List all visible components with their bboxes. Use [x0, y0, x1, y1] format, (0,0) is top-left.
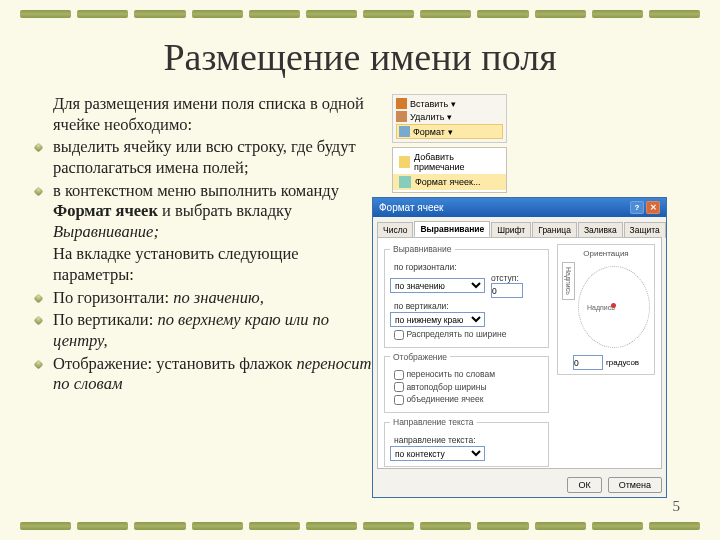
tab-alignment[interactable]: Выравнивание: [414, 221, 490, 237]
display-group: Отображение переносить по словам автопод…: [384, 352, 549, 413]
ribbon-format[interactable]: Формат: [413, 127, 445, 137]
ribbon-insert[interactable]: Вставить: [410, 99, 448, 109]
delete-icon: [396, 111, 407, 122]
cancel-button[interactable]: Отмена: [608, 477, 662, 493]
tab-border[interactable]: Граница: [532, 222, 577, 238]
tab-number[interactable]: Число: [377, 222, 413, 238]
direction-group: Направление текста направление текста: п…: [384, 417, 549, 467]
close-button[interactable]: ✕: [646, 201, 660, 214]
bullet-item: в контекстном меню выполнить команду Фор…: [35, 181, 380, 243]
checkbox-shrink[interactable]: [394, 382, 404, 392]
checkbox-distribute[interactable]: [394, 330, 404, 340]
input-indent[interactable]: [491, 283, 523, 298]
comment-icon: [399, 156, 410, 168]
ok-button[interactable]: ОК: [567, 477, 601, 493]
menu-item-comment[interactable]: Добавить примечание: [393, 150, 506, 174]
menu-item-format-cells[interactable]: Формат ячеек...: [393, 174, 506, 190]
tab-protection[interactable]: Защита: [624, 222, 666, 238]
tab-font[interactable]: Шрифт: [491, 222, 531, 238]
intro2-paragraph: На вкладке установить следующие параметр…: [35, 244, 380, 285]
orient-vertical-text[interactable]: Надпись: [562, 262, 575, 300]
context-menu: Добавить примечание Формат ячеек...: [392, 147, 507, 193]
checkbox-wrap[interactable]: [394, 370, 404, 380]
label-degrees: градусов: [606, 358, 639, 367]
dialog-tabs: Число Выравнивание Шрифт Граница Заливка…: [373, 217, 666, 237]
ribbon-snippet: Вставить ▾ Удалить ▾ Формат ▾: [392, 94, 507, 143]
dialog-title: Формат ячеек: [379, 202, 443, 213]
help-button[interactable]: ?: [630, 201, 644, 214]
orientation-dial[interactable]: Надпись: [578, 266, 650, 348]
insert-icon: [396, 98, 407, 109]
label-indent: отступ:: [491, 273, 523, 283]
text-column: Для размещения имени поля списка в одной…: [35, 94, 380, 498]
page-number: 5: [673, 498, 681, 515]
format-cells-icon: [399, 176, 411, 188]
select-direction[interactable]: по контексту: [390, 446, 485, 461]
bullet-item: выделить ячейку или всю строку, где буду…: [35, 137, 380, 178]
select-vertical[interactable]: по нижнему краю: [390, 312, 485, 327]
tab-fill[interactable]: Заливка: [578, 222, 623, 238]
label-vertical: по вертикали:: [394, 301, 543, 311]
slide-title: Размещение имени поля: [0, 35, 720, 79]
bullet-item: По горизонтали: по значению,: [35, 288, 380, 309]
checkbox-merge[interactable]: [394, 395, 404, 405]
ribbon-delete[interactable]: Удалить: [410, 112, 444, 122]
format-icon: [399, 126, 410, 137]
bullet-item: Отображение: установить флажок переносит…: [35, 354, 380, 395]
alignment-group: Выравнивание по горизонтали: по значению…: [384, 244, 549, 348]
input-degrees[interactable]: [573, 355, 603, 370]
orientation-group: Ориентация Надпись Надпись градусов: [557, 244, 655, 375]
label-horizontal: по горизонтали:: [394, 262, 543, 272]
select-horizontal[interactable]: по значению: [390, 278, 485, 293]
format-cells-dialog: Формат ячеек ? ✕ Число Выравнивание Шриф…: [372, 197, 667, 498]
image-column: Вставить ▾ Удалить ▾ Формат ▾ Добавить п…: [392, 94, 685, 498]
bullet-item: По вертикали: по верхнему краю или по це…: [35, 310, 380, 351]
label-direction: направление текста:: [394, 435, 543, 445]
content-area: Для размещения имени поля списка в одной…: [0, 94, 720, 498]
intro-paragraph: Для размещения имени поля списка в одной…: [35, 94, 380, 135]
